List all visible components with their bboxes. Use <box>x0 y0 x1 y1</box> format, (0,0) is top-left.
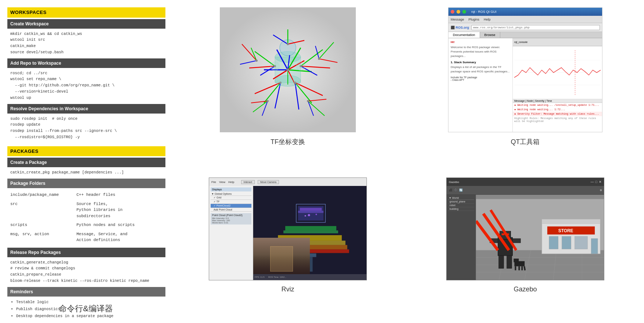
rviz-menu[interactable]: File <box>211 180 216 184</box>
rviz-item[interactable]: ▼ Global Options <box>211 192 251 196</box>
qt-cell: rqt - ROS Qt GUI Message Plugins Help ⬛ … <box>414 7 637 146</box>
resolve-deps-header: Resolve Dependencies in Workspace <box>7 104 165 114</box>
add-repo-code: roscd; cd ../src wstool set repo_name \ … <box>7 69 165 103</box>
move-camera-btn[interactable]: Move Camera <box>258 180 279 184</box>
svg-point-47 <box>255 60 258 62</box>
table-row: scripts Python nodes and scripts <box>7 220 165 230</box>
package-folders-header: Package Folders <box>7 179 165 188</box>
package-folders-table: include/package_name C++ header files sr… <box>7 189 165 246</box>
qt-menubar: Message Plugins Help <box>448 16 602 23</box>
gazebo-maximize[interactable]: □ <box>595 180 597 184</box>
table-row: msg, srv, action Message, Service, andAc… <box>7 230 165 245</box>
svg-rect-86 <box>542 219 600 224</box>
folder-name: include/package_name <box>10 192 69 198</box>
interact-btn[interactable]: Interact <box>241 180 255 184</box>
svg-point-73 <box>305 215 306 217</box>
tab-documentation[interactable]: Documentation <box>448 32 480 38</box>
stack-summary-label: 1. Stack Summary <box>451 61 510 64</box>
log-row: ● Waiting node waiting... 1:72... <box>513 107 602 112</box>
toolbar-icon[interactable]: ➕ <box>454 189 458 192</box>
rviz-item[interactable]: ✓ Grid <box>211 196 251 200</box>
tab-browse[interactable]: Browse <box>480 32 500 38</box>
rviz-menu[interactable]: Help <box>228 180 234 184</box>
gazebo-controls: — □ ✕ <box>591 180 602 184</box>
svg-rect-104 <box>514 259 519 262</box>
chart-svg <box>514 48 601 97</box>
svg-rect-89 <box>562 236 571 249</box>
minimize-btn[interactable] <box>457 10 460 14</box>
folder-desc: Message, Service, andAction definitions <box>76 231 128 243</box>
cmdline-caption: 命令行&编译器 <box>59 303 113 314</box>
svg-point-50 <box>307 100 309 102</box>
svg-rect-64 <box>298 206 323 221</box>
gazebo-caption: Gazebo <box>514 286 537 293</box>
qt-tabs: Documentation Browse <box>448 32 602 38</box>
svg-point-54 <box>291 79 299 86</box>
rviz-item-selected[interactable]: ✓ PointCloud2 <box>211 204 251 208</box>
gazebo-model-item[interactable]: building <box>448 207 474 211</box>
stack-desc: Displays a list of all packages in the T… <box>451 65 510 74</box>
svg-point-72 <box>315 214 317 215</box>
corridor-thumb <box>253 238 310 280</box>
rviz-coords: Min Intensity: 0.0Max Intensity: 100Worl… <box>212 217 250 224</box>
qt-right-area: rqt_console <box>513 38 602 132</box>
folder-name: src <box>10 201 69 219</box>
ros-org-label: ⬛ ROS.org <box>451 26 469 29</box>
svg-line-108 <box>524 266 525 270</box>
gazebo-world-item[interactable]: ▼ World <box>448 196 474 200</box>
qt-main-body: Hi! Welcome to the ROS package viewer. P… <box>448 38 602 132</box>
reminders-header: Reminders <box>7 287 165 297</box>
svg-rect-90 <box>575 236 587 249</box>
gazebo-title: Gazebo <box>449 180 459 184</box>
toolbar-icon[interactable]: ⚙ <box>600 189 602 192</box>
gazebo-model-item[interactable]: ground_plane <box>448 200 474 204</box>
door-shape <box>270 246 293 272</box>
toolbar-icon[interactable]: 🔄 <box>459 189 463 192</box>
packages-header: PACKAGES <box>7 146 165 157</box>
rviz-caption: Rviz <box>282 286 294 293</box>
svg-rect-66 <box>283 230 338 233</box>
rviz-cell: File View Help Interact Move Camera Disp… <box>176 177 399 293</box>
release-repo-header: Release Repo Packages <box>7 248 165 257</box>
rviz-item[interactable]: Add Point Cloud <box>211 208 251 212</box>
status-fps: FPS: 11.5 <box>255 276 265 278</box>
qt-toolbar2: rqt_console <box>513 38 602 46</box>
rviz-item[interactable]: ✓ TF <box>211 200 251 204</box>
rviz-left-panel: Displays ▼ Global Options ✓ Grid ✓ TF ✓ … <box>209 186 253 280</box>
toolbar-icon[interactable]: ⬛ <box>449 189 452 192</box>
gazebo-3d-scene: STORE <box>476 195 604 280</box>
qt-content: Message Plugins Help ⬛ ROS.org www.ros.o… <box>448 16 602 132</box>
log-row: ● Severity Filter: Message matching with… <box>513 112 602 116</box>
qt-titlebar: rqt - ROS Qt GUI <box>448 8 602 16</box>
gazebo-model-item[interactable]: robot <box>448 204 474 207</box>
svg-rect-65 <box>285 226 336 230</box>
close-btn[interactable] <box>451 10 454 14</box>
qt-screenshot: rqt - ROS Qt GUI Message Plugins Help ⬛ … <box>448 7 602 132</box>
gazebo-body: ▼ World ground_plane robot building <box>447 195 604 280</box>
menu-item[interactable]: Message <box>451 18 464 21</box>
menu-item[interactable]: Help <box>484 18 491 21</box>
gazebo-screenshot: Gazebo — □ ✕ ⬛ ➕ 🔄 ⚙ ▼ World ground_pla <box>446 177 604 280</box>
svg-point-52 <box>296 62 305 71</box>
maximize-btn[interactable] <box>462 10 466 14</box>
log-row: ● Waiting node waiting... /install_setup… <box>513 103 602 107</box>
hi-label: Hi! <box>451 40 510 44</box>
gazebo-close[interactable]: ✕ <box>599 180 602 184</box>
qt-chart-area <box>513 46 602 99</box>
create-package-header: Create a Package <box>7 158 165 167</box>
qt-caption: QT工具箱 <box>511 137 540 146</box>
rviz-menu[interactable]: View <box>219 180 225 184</box>
gazebo-scene-svg: STORE <box>476 195 604 280</box>
folder-desc: C++ header files <box>76 192 115 198</box>
folder-desc: Python nodes and scripts <box>76 222 135 228</box>
gazebo-titlebar: Gazebo — □ ✕ <box>447 178 604 186</box>
gazebo-minimize[interactable]: — <box>591 180 594 184</box>
address-bar[interactable]: www.ros.org/browse/list_pkgs.php <box>471 25 600 30</box>
include-stacks2: - Class APT <box>451 79 510 81</box>
status-time: ROS Time: 1342... <box>268 276 286 278</box>
add-repo-header: Add Repo to Workspace <box>7 58 165 68</box>
store-sign-text: STORE <box>558 228 573 233</box>
menu-item[interactable]: Plugins <box>469 18 480 21</box>
folder-desc: Source files,Python libraries insubdirec… <box>76 201 122 219</box>
tf-caption: TF坐标变换 <box>271 137 305 146</box>
